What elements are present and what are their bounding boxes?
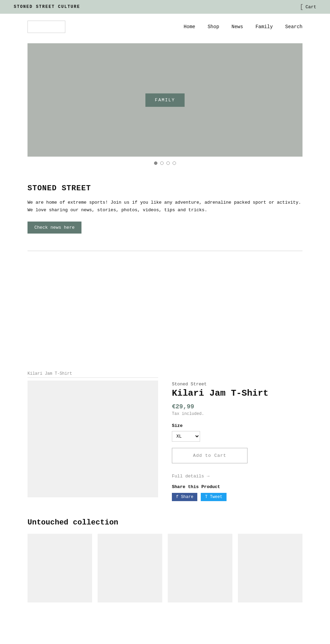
about-title: STONED STREET bbox=[28, 184, 302, 193]
product-size-label: Size bbox=[172, 423, 302, 428]
collection-item-3[interactable] bbox=[168, 534, 232, 602]
share-twitter-button[interactable]: T Tweet bbox=[201, 493, 226, 501]
slider-dot-2[interactable] bbox=[160, 161, 164, 165]
header: Home Shop News Family Search bbox=[0, 14, 330, 36]
top-bar: STONED STREET CULTURE [ Cart bbox=[0, 0, 330, 14]
product-image bbox=[28, 381, 158, 497]
slider-dots bbox=[28, 157, 302, 167]
share-label: Share this Product bbox=[172, 484, 302, 489]
product-info-column: Stoned Street Kilari Jam T-Shirt €29,99 … bbox=[172, 371, 302, 501]
nav-family[interactable]: Family bbox=[255, 24, 273, 30]
section-divider bbox=[28, 251, 302, 251]
slider-dot-1[interactable] bbox=[154, 161, 157, 165]
main-nav: Home Shop News Family Search bbox=[184, 24, 302, 30]
hero-slider: FAMILY bbox=[28, 43, 302, 157]
collection-title: Untouched collection bbox=[28, 518, 302, 527]
collection-item-1[interactable] bbox=[28, 534, 92, 602]
about-description: We are home of extreme sports! Join us i… bbox=[28, 199, 302, 214]
cart-bracket-icon: [ bbox=[300, 3, 304, 10]
add-to-cart-button[interactable]: Add to Cart bbox=[172, 448, 248, 463]
slider-dot-4[interactable] bbox=[173, 161, 176, 165]
cart-button[interactable]: [ Cart bbox=[300, 3, 316, 10]
share-facebook-button[interactable]: f Share bbox=[172, 493, 197, 501]
product-breadcrumb: Kilari Jam T-Shirt bbox=[28, 371, 158, 378]
hero-family-button[interactable]: FAMILY bbox=[145, 93, 185, 107]
cart-label: Cart bbox=[306, 4, 316, 10]
brand-name: STONED STREET CULTURE bbox=[14, 4, 80, 9]
nav-search[interactable]: Search bbox=[285, 24, 302, 30]
size-selector[interactable]: XS S M L XL XXL bbox=[172, 431, 200, 442]
product-price: €29,99 bbox=[172, 403, 302, 410]
collection-grid bbox=[28, 534, 302, 602]
share-buttons: f Share T Tweet bbox=[172, 493, 302, 501]
collection-section: Untouched collection bbox=[0, 508, 330, 613]
nav-home[interactable]: Home bbox=[184, 24, 195, 30]
product-brand: Stoned Street bbox=[172, 382, 302, 387]
check-news-button[interactable]: Check news here bbox=[28, 222, 81, 234]
collection-item-4[interactable] bbox=[238, 534, 302, 602]
logo bbox=[28, 21, 65, 33]
slider-dot-3[interactable] bbox=[166, 161, 170, 165]
hero-section: FAMILY bbox=[0, 36, 330, 170]
about-section: STONED STREET We are home of extreme spo… bbox=[0, 170, 330, 240]
nav-shop[interactable]: Shop bbox=[208, 24, 219, 30]
product-image-column: Kilari Jam T-Shirt bbox=[28, 371, 158, 497]
product-tax: Tax included. bbox=[172, 411, 302, 416]
empty-space bbox=[0, 261, 330, 364]
product-section: Kilari Jam T-Shirt Stoned Street Kilari … bbox=[0, 364, 330, 508]
product-title: Kilari Jam T-Shirt bbox=[172, 388, 302, 398]
collection-item-2[interactable] bbox=[98, 534, 162, 602]
full-details-link[interactable]: Full details → bbox=[172, 474, 302, 479]
nav-news[interactable]: News bbox=[232, 24, 243, 30]
